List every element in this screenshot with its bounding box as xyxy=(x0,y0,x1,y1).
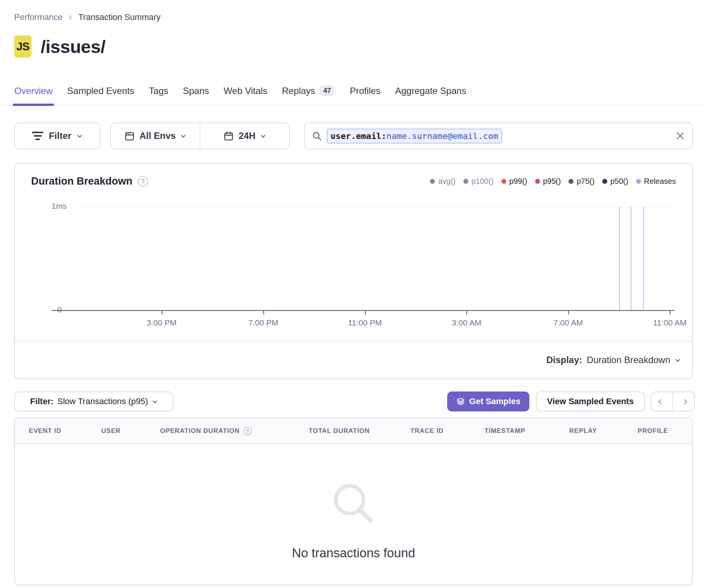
column-header-operation-duration: Operation Duration ? xyxy=(160,418,252,444)
x-axis-label: 11:00 AM xyxy=(653,318,686,327)
search-query-token[interactable]: user.email:name.surname@email.com xyxy=(327,129,502,144)
previous-page-button[interactable] xyxy=(651,392,669,411)
window-icon xyxy=(124,131,135,141)
divider xyxy=(673,392,673,411)
display-mode-dropdown[interactable]: Display: Duration Breakdown xyxy=(546,355,681,365)
breadcrumb-performance-link[interactable]: Performance xyxy=(14,12,63,22)
get-samples-button[interactable]: Get Samples xyxy=(447,391,529,411)
column-header-replay: Replay xyxy=(569,418,597,444)
transaction-summary-page: Performance Transaction Summary JS /issu… xyxy=(0,0,704,588)
column-header-event-id: Event ID xyxy=(29,418,61,444)
empty-state-text: No transactions found xyxy=(292,546,415,560)
x-tick-mark xyxy=(670,311,671,314)
x-axis-label: 11:00 PM xyxy=(348,318,382,327)
chevron-right-icon xyxy=(682,398,689,405)
empty-state: No transactions found xyxy=(15,444,692,585)
x-axis-label: 3:00 AM xyxy=(452,318,481,327)
breadcrumb-current: Transaction Summary xyxy=(78,12,160,22)
calendar-icon xyxy=(223,131,234,141)
tab-spans[interactable]: Spans xyxy=(183,86,209,105)
search-input[interactable]: user.email:name.surname@email.com xyxy=(304,122,693,149)
x-axis-label: 7:00 PM xyxy=(248,318,278,327)
chevron-right-icon xyxy=(68,15,73,20)
x-tick-mark xyxy=(263,311,264,314)
time-range-selector[interactable]: 24H xyxy=(200,123,289,149)
search-token-value: name.surname@email.com xyxy=(387,131,498,141)
samples-filter-dropdown[interactable]: Filter: Slow Transactions (p95) xyxy=(14,391,174,411)
release-line xyxy=(643,207,644,310)
environment-selector[interactable]: All Envs xyxy=(111,123,200,149)
view-sampled-events-button[interactable]: View Sampled Events xyxy=(536,391,645,411)
help-icon[interactable]: ? xyxy=(243,427,252,435)
y-axis-max-label: 1ms xyxy=(51,202,67,211)
environment-time-selector: All Envs 24H xyxy=(110,122,290,149)
x-tick-mark xyxy=(365,311,366,314)
tab-bar: Overview Sampled Events Tags Spans Web V… xyxy=(0,79,704,106)
replays-count-badge: 47 xyxy=(319,85,335,96)
column-header-profile: Profile xyxy=(638,418,668,444)
duration-breakdown-panel: Duration Breakdown ? avg() p100() p99() … xyxy=(14,163,693,379)
tab-web-vitals[interactable]: Web Vitals xyxy=(224,86,268,105)
search-icon xyxy=(312,131,322,141)
release-line xyxy=(631,207,631,310)
chart-footer: Display: Duration Breakdown xyxy=(15,341,692,378)
column-header-user: User xyxy=(101,418,121,444)
platform-js-badge: JS xyxy=(14,35,31,58)
x-tick-mark xyxy=(568,311,569,314)
x-axis-line xyxy=(51,310,674,311)
tab-overview[interactable]: Overview xyxy=(14,86,53,105)
chevron-down-icon xyxy=(675,357,681,363)
search-token-key: user.email: xyxy=(331,131,387,141)
chevron-down-icon xyxy=(260,133,266,139)
chevron-down-icon xyxy=(77,133,83,139)
column-header-total-duration: Total Duration xyxy=(309,418,370,444)
column-header-trace-id: Trace ID xyxy=(410,418,444,444)
y-axis-zero-label: 0 xyxy=(51,305,62,314)
x-tick-mark xyxy=(466,311,467,314)
chevron-left-icon xyxy=(657,398,663,405)
tab-replays[interactable]: Replays47 xyxy=(282,85,335,105)
breadcrumb: Performance Transaction Summary xyxy=(14,12,160,22)
chevron-down-icon xyxy=(152,399,158,405)
x-tick-mark xyxy=(162,311,162,314)
tab-profiles[interactable]: Profiles xyxy=(350,86,380,105)
layers-icon xyxy=(456,397,465,406)
search-empty-icon xyxy=(331,481,377,527)
page-header: JS /issues/ xyxy=(14,35,105,58)
next-page-button[interactable] xyxy=(677,392,694,411)
x-axis-label: 7:00 AM xyxy=(554,318,583,327)
tab-aggregate-spans[interactable]: Aggregate Spans xyxy=(395,86,466,105)
gridline xyxy=(74,207,674,207)
filter-icon xyxy=(32,132,43,140)
transactions-table: Event ID User Operation Duration ? Total… xyxy=(14,417,693,585)
clear-search-icon[interactable] xyxy=(675,131,685,141)
x-axis-label: 3:00 PM xyxy=(147,318,177,327)
tab-sampled-events[interactable]: Sampled Events xyxy=(67,86,134,105)
tab-tags[interactable]: Tags xyxy=(149,86,169,105)
column-header-timestamp: Timestamp xyxy=(484,418,525,444)
filter-button[interactable]: Filter xyxy=(14,122,100,149)
chevron-down-icon xyxy=(180,133,186,139)
filter-toolbar: Filter All Envs 24H user.email:name.surn… xyxy=(0,122,704,149)
pagination xyxy=(651,391,695,411)
page-title: /issues/ xyxy=(41,36,105,57)
table-header-row: Event ID User Operation Duration ? Total… xyxy=(15,418,692,444)
samples-toolbar: Filter: Slow Transactions (p95) Get Samp… xyxy=(0,391,704,411)
release-line xyxy=(619,207,620,310)
